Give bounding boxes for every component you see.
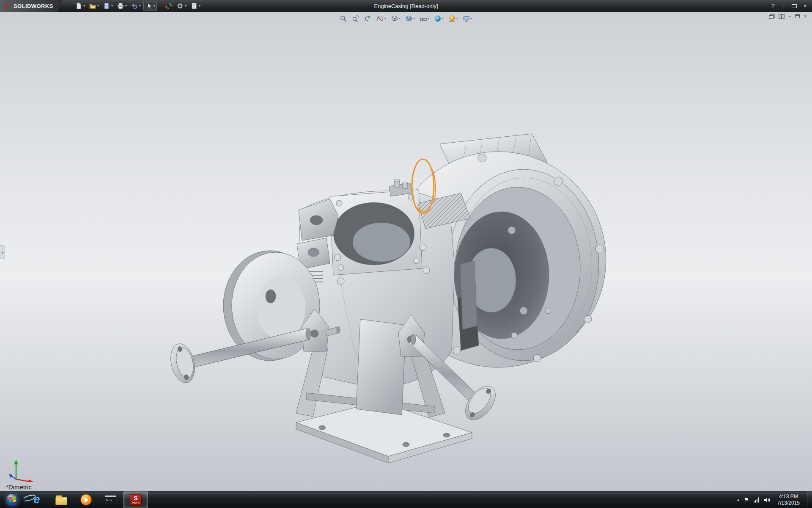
media-player-icon [80,494,92,505]
save-icon [103,2,110,10]
dropdown-caret[interactable]: ▾ [111,4,113,8]
close-button[interactable]: × [804,3,807,9]
display-pane-collapse-tab[interactable]: ◂ [0,246,5,259]
clock-date: 7/13/2015 [777,500,800,506]
doc-close-button[interactable]: × [804,14,807,19]
show-desktop-button[interactable] [807,491,812,508]
orientation-triad [8,457,38,483]
main-toolbar: ▾ ▾ ▾ [74,1,202,11]
apply-scene-sphere-icon [448,15,456,22]
dropdown-caret[interactable]: ▾ [428,17,429,20]
file-properties-icon [190,2,198,10]
maximize-button[interactable] [792,4,797,8]
display-style-icon [405,15,413,22]
help-button[interactable]: ? [771,3,775,9]
hide-show-eyeglasses-icon [420,15,427,22]
solidworks-version-badge: 2015 [130,502,141,505]
dropdown-caret[interactable]: ▾ [384,17,386,20]
print-button[interactable]: ▾ [115,1,128,11]
zoom-to-area-button[interactable] [351,14,360,23]
display-style-button[interactable]: ▾ [404,14,416,23]
hide-show-items-button[interactable]: ▾ [419,14,430,23]
window-title: EngineCasing [Read-only] [374,3,438,9]
dropdown-caret[interactable]: ▾ [125,4,127,8]
taskbar-media-player-button[interactable] [74,491,98,508]
new-document-icon [75,2,82,10]
taskbar-windows-explorer-button[interactable] [49,491,74,508]
dropdown-caret[interactable]: ▾ [456,17,458,20]
dropdown-caret[interactable]: ▾ [442,17,444,20]
gear-icon [176,2,184,10]
options-button[interactable]: ▾ [175,1,188,11]
edit-appearance-sphere-icon [434,15,442,22]
heads-up-view-toolbar: ▾ ▾ [339,14,473,23]
window-controls: ? − × [771,3,812,9]
volume-icon[interactable] [764,497,770,503]
network-icon[interactable] [754,497,759,502]
doc-minimize-button[interactable]: − [788,14,792,19]
title-bar: SOLIDWORKS ▾ ▾ [0,0,812,12]
dropdown-caret[interactable]: ▾ [185,4,187,8]
clock-time: 4:13 PM [777,494,800,500]
system-tray: ▴ ⚑ 4:13 PM 7/13/2015 [734,491,812,508]
undo-button[interactable]: ▾ [129,1,142,11]
dropdown-caret[interactable]: ▾ [139,4,141,8]
view-orientation-button[interactable]: ▾ [390,14,401,23]
solidworks-logo: SOLIDWORKS [0,0,63,12]
engine-casing-model[interactable] [0,12,812,491]
rebuild-button[interactable] [164,1,174,11]
apply-scene-button[interactable]: ▾ [447,14,459,23]
view-orientation-cube-icon [391,15,398,22]
tray-expand-button[interactable]: ▴ [737,497,739,502]
brand-text: SOLIDWORKS [14,3,53,9]
select-button[interactable]: ▾ [143,1,157,11]
doc-restore-button[interactable] [795,14,800,18]
section-view-icon [376,15,384,22]
open-icon [89,2,96,10]
doc-tile-button[interactable] [779,14,785,19]
command-prompt-icon: C:\_ [105,495,116,504]
print-icon [117,2,124,10]
start-button[interactable] [0,491,25,508]
doc-cascade-button[interactable] [769,14,775,19]
previous-view-button[interactable] [363,14,373,23]
view-settings-monitor-icon [463,15,470,22]
view-settings-button[interactable]: ▾ [462,14,473,23]
zoom-to-fit-button[interactable] [339,14,348,23]
previous-view-icon [364,15,372,22]
file-properties-button[interactable]: ▾ [189,1,202,11]
windows-orb-icon [5,493,19,507]
dropdown-caret[interactable]: ▾ [471,17,472,20]
graphics-area[interactable]: ▾ ▾ [0,12,812,491]
select-cursor-icon [145,2,153,10]
undo-icon [131,2,138,10]
new-document-button[interactable]: ▾ [74,1,86,11]
dropdown-caret[interactable]: ▾ [399,17,401,20]
taskbar-solidworks-button[interactable]: S 2015 [123,491,148,508]
action-center-flag-icon[interactable]: ⚑ [744,497,749,503]
taskbar-clock[interactable]: 4:13 PM 7/13/2015 [775,494,802,506]
dropdown-caret[interactable]: ▾ [97,4,99,8]
open-button[interactable]: ▾ [88,1,100,11]
section-view-button[interactable]: ▾ [376,14,387,23]
taskbar-command-prompt-button[interactable]: C:\_ [98,491,123,508]
taskbar-internet-explorer-button[interactable]: e [25,491,49,508]
dropdown-caret[interactable]: ▾ [154,4,155,8]
view-orientation-label: *Dimetric [6,483,32,491]
dropdown-caret[interactable]: ▾ [413,17,415,20]
zoom-to-fit-icon [340,15,347,22]
rebuild-icon [165,2,173,10]
solidworks-window: SOLIDWORKS ▾ ▾ [0,0,812,508]
solidworks-logo-icon [3,2,11,10]
save-button[interactable]: ▾ [102,1,114,11]
solidworks-app-icon: S 2015 [130,494,142,506]
taskbar: e C:\_ S 2015 ▴ ⚑ [0,491,812,508]
dropdown-caret[interactable]: ▾ [83,4,85,8]
edit-appearance-button[interactable]: ▾ [433,14,444,23]
dropdown-caret[interactable]: ▾ [199,4,200,8]
folder-icon [55,497,67,505]
document-window-controls: − × [769,14,807,19]
zoom-to-area-icon [352,15,359,22]
minimize-button[interactable]: − [782,3,785,9]
